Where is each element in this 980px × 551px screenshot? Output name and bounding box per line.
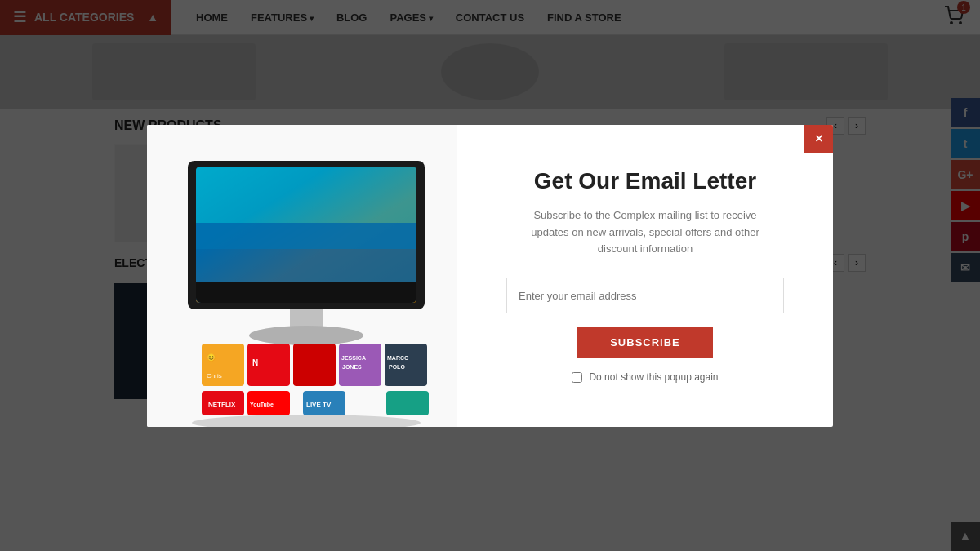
svg-rect-15 <box>293 344 336 386</box>
svg-text:Chris: Chris <box>207 372 222 380</box>
svg-rect-10 <box>202 344 244 386</box>
svg-text:YouTube: YouTube <box>250 402 274 407</box>
modal-title: Get Our Email Letter <box>534 168 756 194</box>
svg-text:LIVE TV: LIVE TV <box>306 401 332 408</box>
no-show-text: Do not show this popup again <box>589 371 718 383</box>
svg-text:POLO: POLO <box>389 364 405 370</box>
no-show-checkbox[interactable] <box>572 372 582 383</box>
email-modal: × <box>147 125 833 427</box>
svg-point-8 <box>249 326 363 345</box>
svg-rect-9 <box>196 282 416 303</box>
tv-svg: 😊 Chris N JESSICA JONES MARCO POLO <box>151 149 453 427</box>
modal-form-section: Get Our Email Letter Subscribe to the Co… <box>457 125 833 427</box>
svg-text:JESSICA: JESSICA <box>341 355 366 361</box>
svg-text:NETFLIX: NETFLIX <box>208 401 236 408</box>
modal-close-button[interactable]: × <box>804 125 833 153</box>
subscribe-button[interactable]: SUBSCRIBE <box>577 327 713 358</box>
svg-text:MARCO: MARCO <box>387 355 409 361</box>
no-show-label: Do not show this popup again <box>572 371 718 383</box>
svg-text:😊: 😊 <box>207 353 216 362</box>
modal-illustration: 😊 Chris N JESSICA JONES MARCO POLO <box>147 125 457 427</box>
email-input[interactable] <box>506 278 784 313</box>
svg-point-29 <box>192 415 421 427</box>
modal-subtitle: Subscribe to the Complex mailing list to… <box>514 207 776 258</box>
svg-text:JONES: JONES <box>342 364 362 370</box>
svg-text:N: N <box>252 358 258 367</box>
modal-overlay[interactable]: × <box>0 0 980 551</box>
svg-rect-22 <box>386 391 429 415</box>
